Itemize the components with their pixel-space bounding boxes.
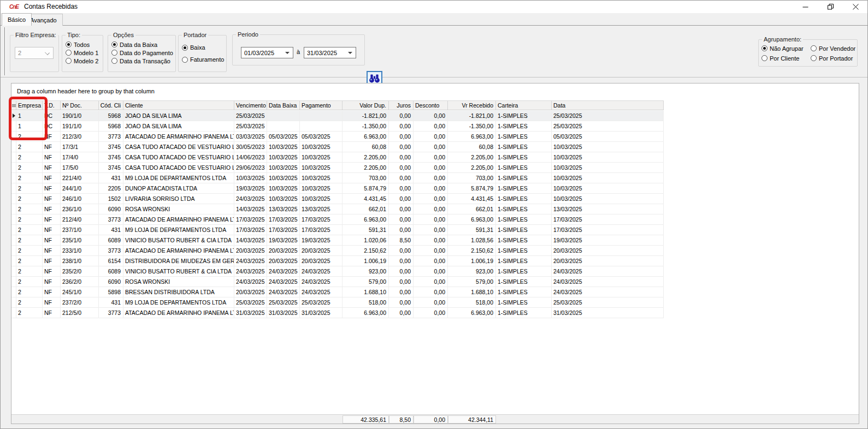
table-row[interactable]: 1DC190/1/05968JOAO DA SILVA LIMA25/03/20… xyxy=(11,111,664,121)
table-row[interactable]: 2NF238/1/06154DISTRIBUIDORA DE MIUDEZAS … xyxy=(11,256,664,266)
table-cell: 10/03/2025 xyxy=(300,142,343,152)
date-to-combobox[interactable]: 31/03/2025 xyxy=(304,47,356,58)
column-header-0[interactable]: Empresa xyxy=(16,101,43,110)
radio-opcoes-1[interactable]: Data do Pagamento xyxy=(111,49,173,57)
table-cell: 2 xyxy=(16,235,43,245)
radio-tipo-2[interactable]: Modelo 2 xyxy=(66,57,98,65)
empresa-value: 2 xyxy=(18,50,21,56)
restore-button[interactable] xyxy=(818,0,843,13)
radio-icon xyxy=(111,50,117,56)
table-cell: 431 xyxy=(99,173,123,183)
radio-agrupamento-3[interactable]: Por Portador xyxy=(811,54,855,62)
empresa-combobox[interactable]: 2 xyxy=(15,47,54,59)
table-cell: 1-SIMPLES xyxy=(496,225,552,235)
column-header-13[interactable]: Data xyxy=(552,101,664,110)
table-cell: 17/03/2025 xyxy=(234,214,267,224)
periodo-label: Periodo xyxy=(236,31,260,38)
radio-opcoes-0[interactable]: Data da Baixa xyxy=(111,40,173,49)
column-header-6[interactable]: Data Baixa xyxy=(267,101,300,110)
table-row[interactable]: 2NF237/2/0431M9 LOJA DE DEPARTAMENTOS LT… xyxy=(11,297,664,308)
column-header-11[interactable]: Vr Recebido xyxy=(448,101,496,110)
column-header-7[interactable]: Pagamento xyxy=(300,101,343,110)
table-row[interactable]: 2NF17/3/13745CASA TUDO ATACADO DE VESTUA… xyxy=(11,142,664,152)
table-cell: 3745 xyxy=(99,163,123,172)
column-header-2[interactable]: Nº Doc. xyxy=(61,101,99,110)
table-cell: 1-SIMPLES xyxy=(496,121,552,131)
table-row[interactable]: 2NF212/3/03773ATACADAO DE ARMARINHO IPAN… xyxy=(11,132,664,142)
table-cell: 0,00 xyxy=(389,163,414,172)
table-row[interactable]: 2NF236/2/06090ROSA WRONSKI24/03/202524/0… xyxy=(11,277,664,287)
table-row[interactable]: 2NF17/4/03745CASA TUDO ATACADO DE VESTUA… xyxy=(11,152,664,163)
table-cell: 0,00 xyxy=(414,225,448,235)
radio-portador-1[interactable]: Faturamento xyxy=(182,53,224,65)
table-cell: 1.006,19 xyxy=(448,256,496,266)
table-cell: 0,00 xyxy=(414,204,448,214)
table-cell: 5.874,79 xyxy=(343,183,389,193)
table-row[interactable]: 2NF221/4/0431M9 LOJA DE DEPARTAMENTOS LT… xyxy=(11,173,664,183)
table-cell: 14/03/2025 xyxy=(234,204,267,214)
radio-label: Data da Baixa xyxy=(120,41,157,48)
column-header-10[interactable]: Desconto xyxy=(414,101,448,110)
radio-tipo-1[interactable]: Modelo 1 xyxy=(66,49,98,57)
radio-agrupamento-1[interactable]: Por Vendedor xyxy=(811,44,855,52)
table-row[interactable]: 2NF233/1/03773ATACADAO DE ARMARINHO IPAN… xyxy=(11,246,664,256)
radio-agrupamento-2[interactable]: Por Cliente xyxy=(761,54,811,62)
radio-agrupamento-0[interactable]: Não Agrupar xyxy=(761,44,811,52)
table-cell: 8,50 xyxy=(389,235,414,245)
table-cell: M9 LOJA DE DEPARTAMENTOS LTDA xyxy=(123,173,234,183)
tab-basico[interactable]: Básico xyxy=(2,13,32,26)
table-cell: 24/03/2025 xyxy=(267,287,300,297)
table-cell: 591,31 xyxy=(448,225,496,235)
table-row[interactable]: 2NF212/5/03773ATACADAO DE ARMARINHO IPAN… xyxy=(11,308,664,318)
table-row[interactable]: 2NF246/1/01502LIVRARIA SORRISO LTDA24/03… xyxy=(11,194,664,204)
table-cell: 10/03/2025 xyxy=(300,194,343,204)
table-row[interactable]: 2NF244/1/02205DUNOP ATACADISTA LTDA19/03… xyxy=(11,183,664,194)
date-from-combobox[interactable]: 01/03/2025 xyxy=(241,47,293,58)
table-row[interactable]: 2NF235/1/06089VINICIO BUSATTO RUBERT & C… xyxy=(11,235,664,246)
table-cell: 60,08 xyxy=(448,142,496,152)
table-cell: 2.150,62 xyxy=(343,246,389,255)
radio-opcoes-2[interactable]: Data da Transação xyxy=(111,57,173,65)
table-cell: 0,00 xyxy=(389,183,414,193)
table-cell: 662,01 xyxy=(448,204,496,214)
column-header-9[interactable]: Juros xyxy=(389,101,414,110)
row-indicator-cell xyxy=(11,277,16,287)
column-header-3[interactable]: Cód. Cli xyxy=(99,101,123,110)
radio-label: Por Cliente xyxy=(770,55,799,62)
table-cell: NF xyxy=(43,246,61,255)
table-row[interactable]: 1DC191/1/05968JOAO DA SILVA LIMA25/03/20… xyxy=(11,121,664,132)
table-cell: 6154 xyxy=(99,256,123,266)
table-row[interactable]: 2NF236/1/06090ROSA WRONSKI14/03/202513/0… xyxy=(11,204,664,214)
close-button[interactable] xyxy=(843,0,868,13)
table-cell: 25/03/2025 xyxy=(552,111,664,121)
column-header-5[interactable]: Vencimento xyxy=(234,101,267,110)
table-cell: 17/3/1 xyxy=(61,142,99,152)
tab-strip: Básico Avançado xyxy=(0,13,868,26)
table-cell: CASA TUDO ATACADO DE VESTUARIO LT xyxy=(123,163,234,172)
table-cell: 1-SIMPLES xyxy=(496,235,552,245)
group-by-drop-area[interactable]: Drag a column header here to group by th… xyxy=(11,84,859,100)
column-header-12[interactable]: Carteira xyxy=(496,101,552,110)
column-header-8[interactable]: Valor Dup. xyxy=(343,101,389,110)
table-cell: 2 xyxy=(16,246,43,255)
radio-tipo-0[interactable]: Todos xyxy=(66,40,98,49)
row-indicator-cell xyxy=(11,308,16,318)
table-row[interactable]: 2NF245/1/05898BRESSAN DISTRIBUIDORA LTDA… xyxy=(11,287,664,297)
minimize-button[interactable] xyxy=(793,0,818,13)
table-row[interactable]: 2NF212/4/03773ATACADAO DE ARMARINHO IPAN… xyxy=(11,214,664,225)
table-cell: LIVRARIA SORRISO LTDA xyxy=(123,194,234,204)
radio-label: Data do Pagamento xyxy=(120,50,173,56)
table-row[interactable]: 2NF17/5/03745CASA TUDO ATACADO DE VESTUA… xyxy=(11,163,664,173)
column-header-4[interactable]: Cliente xyxy=(123,101,234,110)
table-cell: 2 xyxy=(16,214,43,224)
table-row[interactable]: 2NF237/1/0431M9 LOJA DE DEPARTAMENTOS LT… xyxy=(11,225,664,235)
table-row[interactable]: 2NF235/2/06089VINICIO BUSATTO RUBERT & C… xyxy=(11,266,664,277)
row-indicator-cell xyxy=(11,194,16,204)
table-cell xyxy=(300,121,343,131)
table-cell: 2.150,62 xyxy=(448,246,496,255)
column-header-1[interactable]: T.D. xyxy=(43,101,61,110)
radio-icon xyxy=(111,58,117,64)
table-cell: 6.963,00 xyxy=(343,308,389,318)
radio-portador-0[interactable]: Baixa xyxy=(182,41,224,53)
table-cell: 0,00 xyxy=(389,297,414,307)
